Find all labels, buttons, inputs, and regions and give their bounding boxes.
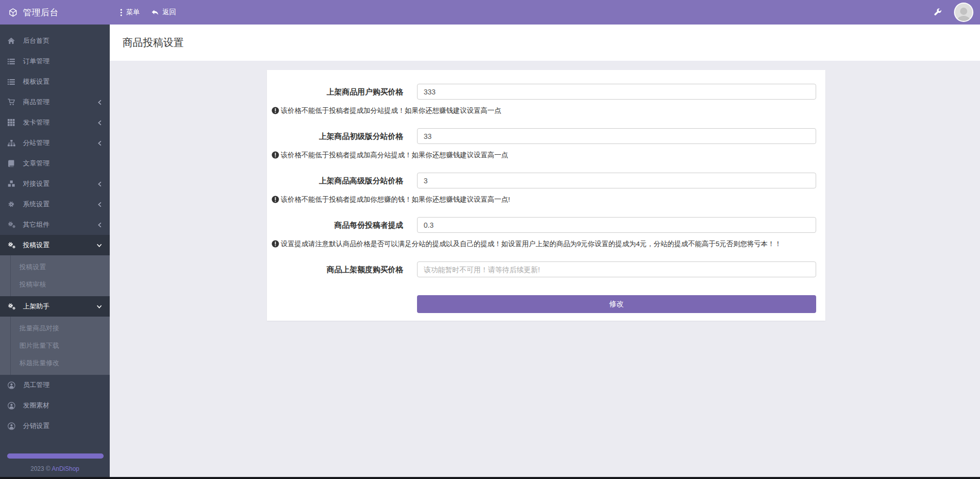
cube-icon	[9, 8, 17, 17]
basic-substation-price-input[interactable]	[417, 128, 816, 144]
field-label: 上架商品初级版分站价格	[267, 128, 417, 144]
sidebar-item-articles[interactable]: 文章管理	[0, 153, 110, 174]
submit-row: 修改	[267, 295, 825, 313]
chevron-left-icon	[97, 222, 102, 228]
sidebar-item-moments-material[interactable]: 发圈素材	[0, 395, 110, 416]
form-row-premium-substation-price: 上架商品高级版分站价格 该价格不能低于投稿者提成加你想赚的钱！如果你还想赚钱建议…	[267, 173, 825, 204]
sidebar-scroll-pill[interactable]	[7, 453, 104, 459]
sidebar-item-templates[interactable]: 模板设置	[0, 71, 110, 92]
chevron-left-icon	[97, 181, 102, 187]
copyright: 2023 © AnDiShop	[0, 465, 110, 472]
list-icon	[8, 79, 19, 85]
book-icon	[8, 160, 19, 167]
page-title: 商品投稿设置	[122, 36, 184, 50]
home-icon	[8, 37, 19, 44]
info-icon	[272, 240, 279, 248]
field-label: 上架商品高级版分站价格	[267, 173, 417, 188]
sidebar-footer: 2023 © AnDiShop	[0, 453, 110, 477]
sidebar-item-home[interactable]: 后台首页	[0, 31, 110, 51]
back-link[interactable]: 返回	[148, 6, 179, 19]
form-row-basic-substation-price: 上架商品初级版分站价格 该价格不能低于投稿者提成加高分站提成！如果你还想赚钱建议…	[267, 128, 825, 159]
sidebar-item-other-components[interactable]: 其它组件	[0, 214, 110, 235]
sidebar-subitem-bulk-title-edit[interactable]: 标题批量修改	[0, 354, 110, 372]
reply-arrow-icon	[151, 9, 159, 16]
user-buy-price-input[interactable]	[417, 84, 816, 100]
sidebar-item-substations[interactable]: 分站管理	[0, 133, 110, 153]
submitter-commission-input[interactable]	[417, 217, 816, 233]
sidebar-item-staff[interactable]: 员工管理	[0, 375, 110, 395]
field-hint: 该价格不能低于投稿者提成加高分站提成！如果你还想赚钱建议设置高一点	[267, 151, 825, 159]
info-icon	[272, 196, 279, 203]
submit-button[interactable]: 修改	[417, 295, 816, 313]
grid-icon	[8, 119, 19, 126]
field-label: 商品上架额度购买价格	[267, 261, 417, 277]
content: 上架商品用户购买价格 该价格不能低于投稿者提成加分站提成！如果你还想赚钱建议设置…	[110, 61, 980, 321]
sidebar-item-listing-helper[interactable]: 上架助手	[0, 296, 110, 317]
page-header: 商品投稿设置	[110, 25, 980, 61]
sidebar-item-orders[interactable]: 订单管理	[0, 51, 110, 71]
app-brand[interactable]: 管理后台	[0, 7, 110, 18]
chevron-left-icon	[97, 202, 102, 207]
field-hint: 该价格不能低于投稿者提成加你想赚的钱！如果你还想赚钱建议设置高一点!	[267, 195, 825, 204]
topnav: 菜单 返回	[110, 6, 179, 19]
sidebar: 后台首页 订单管理 模板设置 商品管理 发卡管理 分站管理 文章管理 对接设置 …	[0, 25, 110, 477]
sidebar-item-products[interactable]: 商品管理	[0, 92, 110, 112]
chevron-down-icon	[96, 304, 102, 309]
menu-toggle[interactable]: 菜单	[117, 6, 143, 19]
field-hint: 该价格不能低于投稿者提成加分站提成！如果你还想赚钱建议设置高一点	[267, 106, 825, 115]
user-avatar[interactable]	[954, 3, 973, 22]
submenu-listing-helper: 批量商品对接图片批量下载标题批量修改	[0, 317, 110, 375]
chevron-left-icon	[97, 120, 102, 126]
horizontal-scrollbar[interactable]	[0, 477, 980, 479]
sidebar-subitem-bulk-image-download[interactable]: 图片批量下载	[0, 337, 110, 354]
cogs-icon	[8, 303, 19, 310]
user-circle-icon	[8, 422, 19, 430]
sidebar-subitem-bulk-product-integration[interactable]: 批量商品对接	[0, 320, 110, 337]
topbar: 管理后台 菜单 返回	[0, 0, 980, 25]
info-icon	[272, 107, 279, 114]
app-title: 管理后台	[23, 7, 59, 18]
field-label: 上架商品用户购买价格	[267, 84, 417, 100]
cogs-icon	[8, 221, 19, 228]
sidebar-item-integration[interactable]: 对接设置	[0, 174, 110, 194]
field-hint: 设置提成请注意默认商品价格是否可以满足分站的提成以及自己的提成！如设置用户上架的…	[267, 240, 825, 248]
sidebar-subitem-submission-review[interactable]: 投稿审核	[0, 276, 110, 293]
field-label: 商品每份投稿者提成	[267, 217, 417, 233]
sitemap-icon	[8, 140, 19, 147]
chevron-down-icon	[96, 243, 102, 248]
list-icon	[8, 58, 19, 65]
chevron-left-icon	[97, 100, 102, 105]
user-circle-icon	[8, 381, 19, 389]
sidebar-menu: 后台首页 订单管理 模板设置 商品管理 发卡管理 分站管理 文章管理 对接设置 …	[0, 25, 110, 436]
cart-icon	[8, 99, 19, 106]
footer-brand-link[interactable]: AnDiShop	[52, 465, 79, 472]
gear-icon	[8, 201, 19, 208]
ellipsis-vertical-icon	[120, 9, 122, 16]
submenu-submission-settings: 投稿设置投稿审核	[0, 255, 110, 296]
form-row-user-buy-price: 上架商品用户购买价格 该价格不能低于投稿者提成加分站提成！如果你还想赚钱建议设置…	[267, 84, 825, 115]
cogs-icon	[8, 242, 19, 249]
sidebar-item-distribution[interactable]: 分销设置	[0, 416, 110, 436]
form-row-listing-quota-price: 商品上架额度购买价格	[267, 261, 825, 277]
topbar-right	[934, 3, 980, 22]
sidebar-item-submission-settings[interactable]: 投稿设置	[0, 235, 110, 255]
cubes-icon	[8, 180, 19, 187]
sidebar-item-system[interactable]: 系统设置	[0, 194, 110, 214]
main-area: 商品投稿设置 上架商品用户购买价格 该价格不能低于投稿者提成加分站提成！如果你还…	[110, 25, 980, 477]
chevron-left-icon	[97, 140, 102, 146]
user-circle-icon	[8, 402, 19, 410]
sidebar-subitem-submission-settings-page[interactable]: 投稿设置	[0, 258, 110, 276]
info-icon	[272, 151, 279, 159]
settings-card: 上架商品用户购买价格 该价格不能低于投稿者提成加分站提成！如果你还想赚钱建议设置…	[267, 70, 825, 321]
wrench-icon[interactable]	[934, 8, 942, 16]
sidebar-item-card-issuing[interactable]: 发卡管理	[0, 112, 110, 133]
form-row-submitter-commission: 商品每份投稿者提成 设置提成请注意默认商品价格是否可以满足分站的提成以及自己的提…	[267, 217, 825, 248]
premium-substation-price-input[interactable]	[417, 173, 816, 188]
listing-quota-price-input[interactable]	[417, 261, 816, 277]
